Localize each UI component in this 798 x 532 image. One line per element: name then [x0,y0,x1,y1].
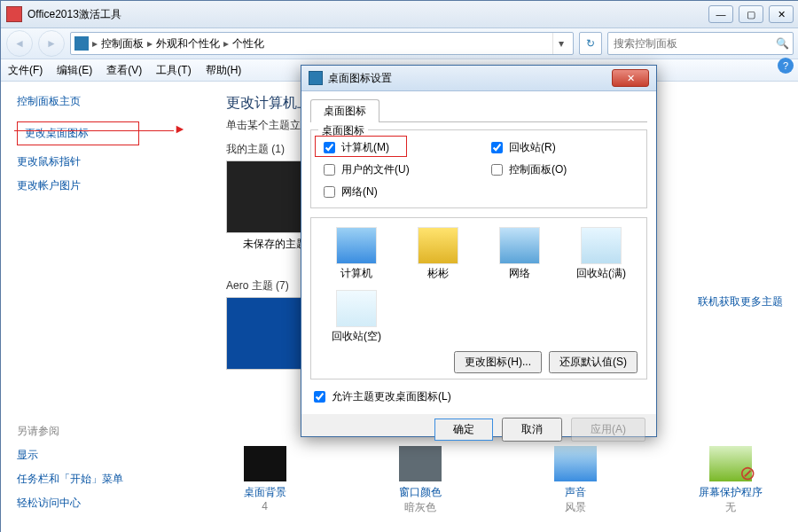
sounds-value: 风景 [524,500,626,515]
breadcrumb[interactable]: ▸ 控制面板 ▸ 外观和个性化 ▸ 个性化 ▾ [70,32,574,55]
screensaver-value: 无 [679,500,781,515]
allow-themes-checkbox-input[interactable] [314,391,325,403]
checkbox-control-panel[interactable]: 控制面板(O) [488,161,638,178]
close-button[interactable]: ✕ [769,5,794,23]
menu-tools[interactable]: 工具(T) [156,63,191,78]
desktop-background-value: 4 [214,500,316,512]
search-icon: 🔍 [776,37,789,50]
search-box[interactable]: 🔍 [607,32,794,55]
icon-preview-group: 计算机 彬彬 网络 回收站(满) [310,217,647,379]
help-icon[interactable]: ? [778,58,794,74]
checkbox-label: 允许主题更改桌面图标(L) [332,389,451,404]
chevron-right-icon: ▸ [92,37,98,50]
sounds-item[interactable]: 声音 风景 [524,446,626,515]
sidebar-link-mouse-pointers[interactable]: 更改鼠标指针 [17,154,194,169]
window-title: Office2013激活工具 [27,7,121,22]
window-color-value: 暗灰色 [369,500,471,515]
window-color-icon [399,446,442,481]
window-color-label: 窗口颜色 [369,485,471,500]
sounds-label: 声音 [524,485,626,500]
address-dropdown[interactable]: ▾ [552,33,569,54]
screensaver-item[interactable]: 屏幕保护程序 无 [679,446,781,515]
icon-label: 计算机 [320,266,393,281]
checkbox-label: 计算机(M) [341,140,389,155]
desktop-background-item[interactable]: 桌面背景 4 [214,446,316,515]
location-icon [74,36,89,51]
icon-preview-network[interactable]: 网络 [483,227,556,281]
dialog-body: 桌面图标 桌面图标 计算机(M) 回收站(R) 用户的文件 [301,91,656,414]
checkbox-user-files-input[interactable] [324,164,335,176]
breadcrumb-item-personalization[interactable]: 个性化 [232,36,264,51]
see-also-display[interactable]: 显示 [17,448,194,463]
group-legend: 桌面图标 [318,123,368,138]
recycle-bin-empty-icon [336,290,377,327]
theme-components-row: 桌面背景 4 窗口颜色 暗灰色 声音 风景 屏幕保护程序 无 [214,446,781,515]
icon-label: 回收站(满) [565,266,638,281]
checkbox-network[interactable]: 网络(N) [320,184,470,200]
minimize-button[interactable]: — [708,5,733,23]
icon-preview-recycle-empty[interactable]: 回收站(空) [320,290,393,344]
change-icon-button[interactable]: 更改图标(H)... [454,351,542,373]
checkbox-control-panel-input[interactable] [491,164,503,176]
get-more-themes-link[interactable]: 联机获取更多主题 [698,294,783,309]
checkbox-label: 回收站(R) [509,140,556,155]
see-also-taskbar[interactable]: 任务栏和「开始」菜单 [17,472,194,487]
icon-label: 网络 [483,266,556,281]
see-also-ease-of-access[interactable]: 轻松访问中心 [17,496,194,511]
apply-button[interactable]: 应用(A) [571,418,645,442]
search-input[interactable] [612,36,772,51]
sidebar-link-label: 更改桌面图标 [25,127,89,139]
breadcrumb-item-control-panel[interactable]: 控制面板 [101,36,144,51]
icon-preview-recycle-full[interactable]: 回收站(满) [565,227,638,281]
menu-view[interactable]: 查看(V) [106,63,142,78]
dialog-titlebar: 桌面图标设置 ✕ [301,66,656,91]
menu-help[interactable]: 帮助(H) [206,63,242,78]
checkbox-computer[interactable]: 计算机(M) [320,139,470,156]
chevron-right-icon: ▸ [147,37,153,50]
user-folder-icon [418,227,458,264]
refresh-button[interactable]: ↻ [579,32,602,55]
checkbox-computer-input[interactable] [324,142,335,153]
menu-edit[interactable]: 编辑(E) [57,63,92,78]
checkbox-recycle-bin[interactable]: 回收站(R) [488,139,638,156]
sidebar: 控制面板主页 更改桌面图标 更改鼠标指针 更改帐户图片 另请参阅 显示 任务栏和… [1,82,210,532]
forward-button[interactable]: ► [38,30,65,57]
titlebar: Office2013激活工具 — ▢ ✕ [1,1,798,28]
menu-file[interactable]: 文件(F) [8,63,43,78]
cancel-button[interactable]: 取消 [502,418,562,442]
sidebar-link-account-picture[interactable]: 更改帐户图片 [17,178,194,193]
desktop-icon-settings-dialog: 桌面图标设置 ✕ 桌面图标 桌面图标 计算机(M) 回收站(R) [301,65,657,437]
computer-icon [336,227,377,264]
restore-default-button[interactable]: 还原默认值(S) [549,351,638,373]
breadcrumb-item-appearance[interactable]: 外观和个性化 [156,36,220,51]
icon-label: 回收站(空) [320,329,393,344]
control-panel-home-link[interactable]: 控制面板主页 [17,94,194,109]
desktop-background-icon [244,446,286,481]
tab-desktop-icons[interactable]: 桌面图标 [310,99,379,122]
app-icon [6,6,22,22]
allow-themes-checkbox[interactable]: 允许主题更改桌面图标(L) [310,388,647,405]
checkbox-recycle-bin-input[interactable] [491,142,503,153]
checkbox-label: 网络(N) [341,184,378,200]
checkbox-network-input[interactable] [324,186,335,198]
dialog-icon [309,71,323,85]
icon-preview-computer[interactable]: 计算机 [320,227,393,281]
back-button[interactable]: ◄ [6,30,33,57]
navigation-bar: ◄ ► ▸ 控制面板 ▸ 外观和个性化 ▸ 个性化 ▾ ↻ 🔍 [1,28,798,59]
checkbox-label: 控制面板(O) [509,162,567,177]
dialog-tabs: 桌面图标 [310,98,647,122]
dialog-close-button[interactable]: ✕ [612,69,649,87]
ok-button[interactable]: 确定 [434,419,493,441]
icon-preview-user[interactable]: 彬彬 [402,227,474,281]
sidebar-link-desktop-icons[interactable]: 更改桌面图标 [17,121,139,145]
maximize-button[interactable]: ▢ [739,5,763,23]
checkbox-label: 用户的文件(U) [341,162,410,177]
screensaver-label: 屏幕保护程序 [679,485,781,500]
desktop-icons-group: 桌面图标 计算机(M) 回收站(R) 用户的文件(U) [310,129,647,208]
explorer-window: Office2013激活工具 — ▢ ✕ ◄ ► ▸ 控制面板 ▸ 外观和个性化… [0,0,798,532]
checkbox-user-files[interactable]: 用户的文件(U) [320,161,470,178]
window-color-item[interactable]: 窗口颜色 暗灰色 [369,446,471,515]
chevron-right-icon: ▸ [223,37,229,50]
network-icon [499,227,540,264]
recycle-bin-full-icon [581,227,622,264]
